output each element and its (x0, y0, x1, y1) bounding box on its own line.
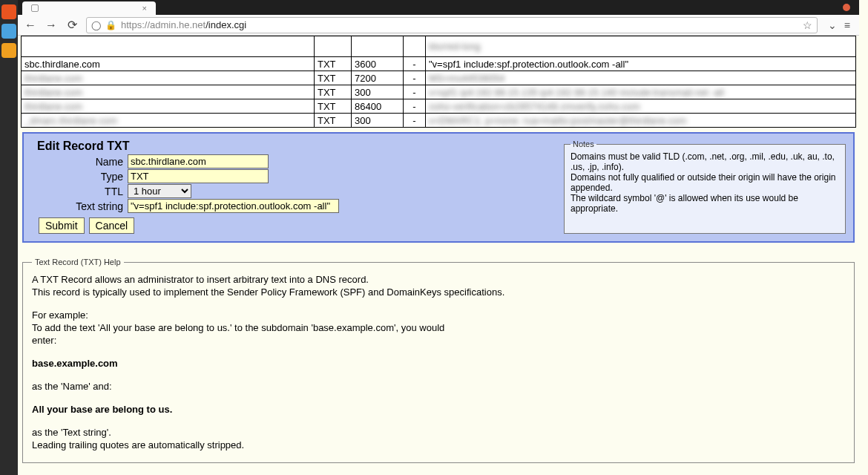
notes-box: Notes Domains must be valid TLD (.com, .… (564, 140, 846, 234)
window-close-icon[interactable] (843, 4, 850, 11)
cancel-button[interactable]: Cancel (89, 217, 135, 234)
table-cell: thirdlane.com (22, 85, 315, 99)
shield-icon[interactable]: ◯ (91, 20, 101, 30)
lock-icon[interactable]: 🔒 (105, 20, 116, 30)
table-cell: - (404, 71, 426, 85)
label-name: Name (31, 156, 128, 168)
table-cell: 86400 (352, 99, 404, 114)
notes-line: Domains not fully qualified or outside t… (571, 172, 839, 193)
close-icon[interactable]: × (142, 1, 147, 15)
table-cell: TXT (315, 57, 352, 71)
notes-line: The wildcard symbol '@' is allowed when … (571, 193, 839, 214)
help-legend: Text Record (TXT) Help (32, 258, 124, 266)
help-text: To add the text 'All your base are belon… (32, 322, 845, 333)
help-text: base.example.com (32, 358, 845, 369)
reload-button[interactable]: ⟳ (65, 19, 79, 32)
dock-item[interactable] (1, 24, 16, 39)
table-row[interactable]: thirdlane.comTXT300-v=spf1 ip4:192.98.15… (22, 85, 856, 99)
table-cell: _dmarc.thirdlane.com (22, 114, 315, 128)
table-cell (352, 36, 404, 57)
menu-icon[interactable]: ≡ (844, 19, 850, 31)
table-cell: sbc.thirdlane.com (22, 57, 315, 71)
table-row[interactable]: sbc.thirdlane.comTXT3600-"v=spf1 include… (22, 57, 856, 71)
os-dock (0, 0, 18, 475)
help-text: This record is typically used to impleme… (32, 286, 845, 298)
help-box: Text Record (TXT) Help A TXT Record allo… (22, 258, 855, 463)
label-type: Type (31, 171, 128, 183)
table-cell: 300 (352, 114, 404, 128)
help-text: For example: (32, 309, 845, 321)
table-cell: - (404, 114, 426, 128)
table-cell: thirdlane.com (22, 71, 315, 85)
table-cell: 300 (352, 85, 404, 99)
tab-favicon (31, 4, 39, 12)
table-cell: v=DMARC1; p=none; rua=mailto:postmaster@… (426, 114, 856, 128)
table-cell: "v=spf1 include:spf.protection.outlook.c… (426, 57, 856, 71)
dns-records-table: blurred-longsbc.thirdlane.comTXT3600-"v=… (21, 36, 856, 128)
pocket-icon[interactable]: ⌄ (828, 19, 837, 31)
url-bar[interactable]: ◯ 🔒 https://admin.he.net/index.cgi ☆ (86, 17, 818, 33)
table-cell: - (404, 99, 426, 114)
table-cell (315, 36, 352, 57)
table-row[interactable]: _dmarc.thirdlane.comTXT300-v=DMARC1; p=n… (22, 114, 856, 128)
help-text: as the 'Text string'. (32, 427, 845, 438)
browser-window: × ← → ⟳ ◯ 🔒 https://admin.he.net/index.c… (18, 0, 859, 475)
table-cell: TXT (315, 85, 352, 99)
dock-item[interactable] (1, 4, 16, 19)
table-cell: 3600 (352, 57, 404, 71)
table-cell: TXT (315, 71, 352, 85)
browser-toolbar: ← → ⟳ ◯ 🔒 https://admin.he.net/index.cgi… (18, 15, 859, 36)
label-text: Text string (31, 200, 128, 212)
table-cell: - (404, 57, 426, 71)
table-cell: thirdlane.com (22, 99, 315, 114)
dock-item[interactable] (1, 43, 16, 58)
table-cell: zoho-verification=zb28574148.zmverify.zo… (426, 99, 856, 114)
submit-button[interactable]: Submit (39, 217, 85, 234)
table-cell: TXT (315, 99, 352, 114)
text-string-input[interactable] (128, 199, 339, 213)
table-cell: v=spf1 ip4:192.98.15.135 ip4:192.98.15.1… (426, 85, 856, 99)
table-row[interactable]: thirdlane.comTXT7200-MS=ms44538054 (22, 71, 856, 85)
help-text: All your base are belong to us. (32, 404, 845, 415)
url-host: https://admin.he.net/index.cgi (121, 19, 246, 30)
table-row[interactable]: blurred-long (22, 36, 856, 57)
forward-button[interactable]: → (45, 19, 58, 32)
name-input[interactable] (128, 154, 269, 168)
help-text: Leading trailing quotes are automaticall… (32, 439, 845, 451)
panel-title: Edit Record TXT (37, 140, 476, 153)
notes-legend: Notes (571, 140, 596, 148)
ttl-select[interactable]: 1 hour (128, 184, 191, 198)
help-text: enter: (32, 335, 845, 346)
type-input[interactable] (128, 169, 269, 183)
back-button[interactable]: ← (24, 19, 37, 32)
help-text: as the 'Name' and: (32, 381, 845, 392)
help-text: A TXT Record allows an administrator to … (32, 274, 845, 285)
table-cell: TXT (315, 114, 352, 128)
table-cell: MS=ms44538054 (426, 71, 856, 85)
bookmark-star-icon[interactable]: ☆ (803, 19, 812, 31)
table-cell: blurred-long (426, 36, 856, 57)
table-row[interactable]: thirdlane.comTXT86400-zoho-verification=… (22, 99, 856, 114)
table-cell (22, 36, 315, 57)
tab-bar: × (18, 0, 859, 15)
table-cell: - (404, 85, 426, 99)
browser-tab[interactable]: × (22, 1, 156, 15)
notes-line: Domains must be valid TLD (.com, .net, .… (571, 151, 839, 172)
label-ttl: TTL (31, 186, 128, 197)
table-cell: 7200 (352, 71, 404, 85)
table-cell (404, 36, 426, 57)
edit-record-panel: Edit Record TXT Name Type TTL 1 hour (22, 132, 855, 243)
page-content: blurred-longsbc.thirdlane.comTXT3600-"v=… (18, 36, 859, 475)
